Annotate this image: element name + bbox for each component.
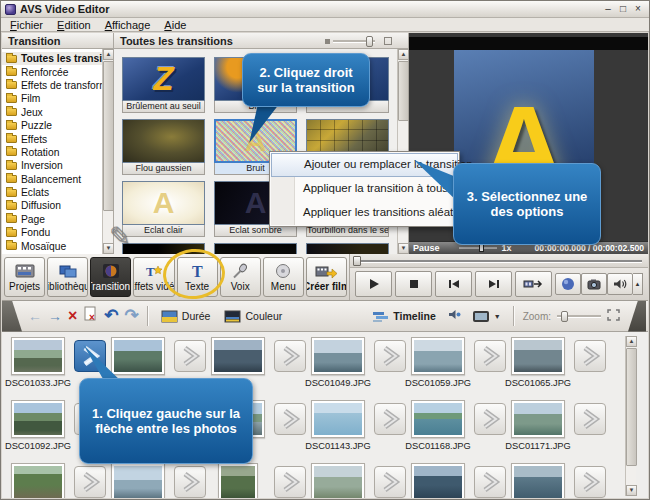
toolbar-button-bibliotheque[interactable]: Bibliothèque: [47, 257, 88, 297]
toolbar-button-transitions[interactable]: Transitions: [90, 257, 131, 297]
scrollbar-thumb[interactable]: [103, 61, 114, 211]
zoom-slider-handle[interactable]: [561, 311, 568, 322]
transition-arrow-button[interactable]: [274, 466, 306, 498]
toolbar-button-texte[interactable]: TTexte: [177, 257, 218, 297]
photo-item[interactable]: [511, 463, 565, 498]
photo-frame[interactable]: [511, 400, 565, 438]
photo-frame[interactable]: [311, 400, 365, 438]
transition-arrow-button[interactable]: [474, 403, 506, 435]
scroll-up-icon[interactable]: ▲: [626, 336, 637, 347]
transition-tile-eclat-clair[interactable]: AEclat clair: [122, 181, 205, 237]
category-item-rotation[interactable]: Rotation: [2, 146, 102, 159]
transition-tile-item[interactable]: [306, 243, 389, 254]
seek-handle[interactable]: [353, 256, 361, 266]
photo-item[interactable]: DSC01049.JPG: [311, 337, 365, 388]
photo-item[interactable]: [211, 337, 265, 378]
photo-frame[interactable]: [111, 463, 165, 498]
fit-screen-icon[interactable]: [607, 307, 620, 325]
color-button[interactable]: Couleur: [220, 308, 286, 325]
photo-frame[interactable]: [11, 463, 65, 498]
menu-item-aide[interactable]: Aide: [157, 19, 193, 31]
settings-button[interactable]: [555, 273, 581, 295]
photo-frame[interactable]: [311, 463, 365, 498]
toolbar-button-creer-film[interactable]: Créer film: [306, 257, 347, 297]
scroll-down-icon[interactable]: ▼: [103, 243, 114, 254]
category-item-fondu[interactable]: Fondu: [2, 226, 102, 239]
transition-arrow-button[interactable]: [74, 466, 106, 498]
menu-item-affichage[interactable]: Affichage: [98, 19, 158, 31]
category-item-mosaique[interactable]: Mosaïque: [2, 239, 102, 252]
photo-frame[interactable]: [411, 463, 465, 498]
transition-arrow-button[interactable]: [374, 403, 406, 435]
category-item-inversion[interactable]: Inversion: [2, 159, 102, 172]
timeline-button[interactable]: Timeline: [368, 308, 439, 325]
photo-frame[interactable]: [11, 337, 65, 375]
photo-item[interactable]: [111, 337, 165, 378]
category-item-balancement[interactable]: Balancement: [2, 173, 102, 186]
menu-item-fichier[interactable]: Fichier: [3, 19, 50, 31]
transition-arrow-button[interactable]: [374, 466, 406, 498]
volume-button[interactable]: [607, 273, 633, 295]
scrollbar-thumb[interactable]: [398, 61, 409, 121]
photos-scrollbar[interactable]: ▲ ▼: [625, 336, 636, 496]
toolbar-button-effets-video[interactable]: TEffets vidéo: [133, 257, 174, 297]
sound-icon[interactable]: [446, 307, 462, 326]
photo-item[interactable]: DSC01143.JPG: [311, 400, 365, 451]
size-slider-handle[interactable]: [366, 36, 373, 47]
photo-frame[interactable]: [511, 337, 565, 375]
photo-item[interactable]: DSC01092.JPG: [11, 400, 65, 451]
category-item-jeux[interactable]: Jeux: [2, 106, 102, 119]
speed-slider[interactable]: [459, 247, 497, 249]
category-item-puzzle[interactable]: Puzzle: [2, 119, 102, 132]
photo-item[interactable]: [211, 463, 265, 498]
screen-mode-button[interactable]: ▼: [468, 308, 505, 325]
transition-arrow-button[interactable]: [274, 403, 306, 435]
photo-frame[interactable]: [218, 463, 258, 498]
back-icon[interactable]: ←: [28, 309, 42, 323]
photo-frame[interactable]: [311, 337, 365, 375]
transition-arrow-button[interactable]: [274, 340, 306, 372]
category-item-effets-de-transformation[interactable]: Effets de transformation: [2, 79, 102, 92]
transition-arrow-button[interactable]: [474, 466, 506, 498]
photo-item[interactable]: DSC01033.JPG: [11, 337, 65, 388]
photo-frame[interactable]: [411, 400, 465, 438]
category-item-page[interactable]: Page: [2, 213, 102, 226]
photo-item[interactable]: DSC01168.JPG: [411, 400, 465, 451]
scroll-up-icon[interactable]: ▲: [103, 49, 114, 60]
toolbar-button-voix[interactable]: Voix: [220, 257, 261, 297]
title-bar[interactable]: AVS Video Editor –□×: [1, 1, 649, 18]
transition-arrow-button[interactable]: [574, 403, 606, 435]
scrollbar-thumb[interactable]: [626, 348, 637, 466]
photo-item[interactable]: DSC01065.JPG: [511, 337, 565, 388]
transition-tile-item[interactable]: [214, 243, 297, 254]
context-menu-item-appliquer-les-transitions-aleatoires[interactable]: Appliquer les transitions aléatoires: [271, 201, 458, 225]
undo-icon[interactable]: ↶: [104, 309, 118, 323]
volume-dropdown-icon[interactable]: ▲: [633, 273, 643, 295]
photo-frame[interactable]: [111, 337, 165, 375]
toolbar-button-projets[interactable]: Projets: [4, 257, 45, 297]
thumbnail-size-slider[interactable]: [325, 36, 392, 47]
context-menu-item-appliquer-la-transition-a-tous[interactable]: Appliquer la transition à tous: [271, 177, 458, 201]
transition-arrow-button[interactable]: [474, 340, 506, 372]
scroll-up-icon[interactable]: ▲: [398, 49, 409, 60]
play-button[interactable]: [355, 271, 392, 297]
photo-item[interactable]: [311, 463, 365, 498]
scroll-down-icon[interactable]: ▼: [398, 243, 409, 254]
photo-frame[interactable]: [511, 463, 565, 498]
category-item-film[interactable]: Film: [2, 92, 102, 105]
snapshot-button[interactable]: [581, 273, 607, 295]
photo-frame[interactable]: [411, 337, 465, 375]
previous-frame-button[interactable]: [435, 271, 472, 297]
transition-tile-brulement-au-seuil[interactable]: ZBrûlement au seuil: [122, 57, 205, 113]
duration-button[interactable]: Durée: [157, 308, 215, 325]
transition-arrow-button[interactable]: [174, 340, 206, 372]
toolbar-button-menu[interactable]: Menu: [263, 257, 304, 297]
close-button[interactable]: ×: [631, 3, 645, 15]
category-item-toutes-les-transitions[interactable]: Toutes les transitions: [2, 52, 102, 65]
categories-scrollbar[interactable]: ▲ ▼: [102, 49, 113, 254]
minimize-button[interactable]: –: [601, 3, 615, 15]
menu-item-edition[interactable]: Edition: [50, 19, 98, 31]
photo-item[interactable]: DSC01059.JPG: [411, 337, 465, 388]
transition-arrow-button[interactable]: [174, 466, 206, 498]
category-item-diffusion[interactable]: Diffusion: [2, 199, 102, 212]
